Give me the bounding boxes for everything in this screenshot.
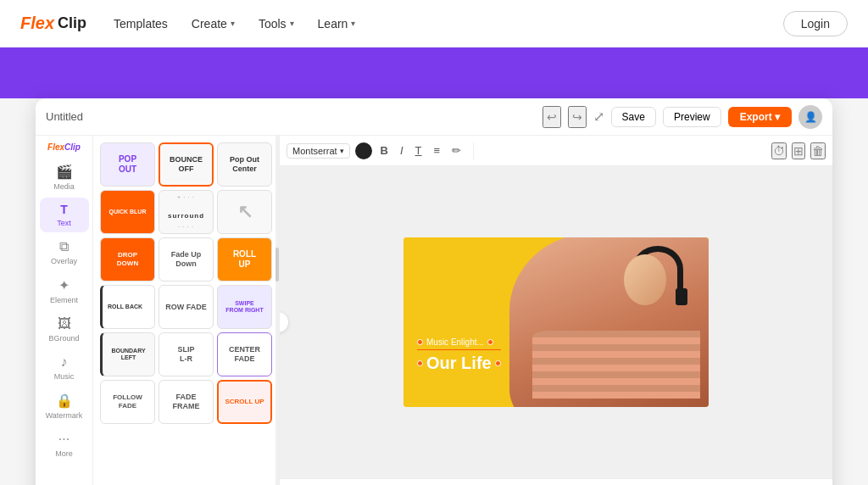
font-select[interactable]: Montserrat ▾ [287,143,350,159]
avatar[interactable]: 👤 [798,105,822,129]
sidebar-item-watermark-label: Watermark [46,411,83,420]
sidebar: FlexClip 🎬 Media T Text ⧉ Overlay ✦ Elem… [36,136,93,485]
playback-bar: 0:00 / 0:09 ▶ 🎤 📤 0:09 ✕ [280,478,832,485]
underline-button[interactable]: T [412,142,426,159]
editor-topbar: Untitled ↩ ↪ ⤢ Save Preview Export ▾ 👤 [36,98,832,136]
color-picker[interactable] [355,142,372,159]
canvas-wrapper: ‹ [280,166,832,478]
anim-bounce-off[interactable]: BOUNCEOFF [159,142,214,187]
delete-icon[interactable]: 🗑 [810,142,826,159]
top-navigation: Flex Clip Templates Create ▾ Tools ▾ Lea… [0,0,868,47]
sidebar-item-media-label: Media [53,182,75,191]
font-name: Montserrat [292,146,337,156]
save-button[interactable]: Save [611,107,656,127]
canvas-area: ‹ [280,166,832,485]
grid-icon[interactable]: ⊞ [792,142,805,159]
anim-fade-frame[interactable]: FADE FRAME [159,380,214,424]
music-icon: ♪ [61,354,68,370]
canvas-frame[interactable]: Music Enlight... Our Life [403,237,709,407]
sidebar-item-music-label: Music [54,372,75,381]
logo-text: Clip [58,14,86,32]
sidebar-item-media[interactable]: 🎬 Media [40,159,89,196]
panel-scrollbar-thumb [275,248,279,282]
watermark-icon: 🔒 [56,393,73,409]
expand-button[interactable]: ⤢ [593,109,604,125]
anim-surround[interactable]: + · · · surround · · · · [159,190,214,234]
font-caret: ▾ [340,147,344,155]
animation-grid: POPOUT BOUNCEOFF Pop OutCenter QUICK BLU… [100,142,272,424]
anim-fade-up-down[interactable]: Fade UpDown [159,237,214,282]
handle-bottom-left [417,360,423,366]
editor-body: FlexClip 🎬 Media T Text ⧉ Overlay ✦ Elem… [36,136,832,485]
text-icon: T [60,203,68,216]
create-caret: ▾ [231,19,235,28]
login-button[interactable]: Login [783,11,848,36]
nav-right: Login [783,11,848,36]
anim-quick-blur[interactable]: QUICK BLUR [100,190,155,234]
bold-button[interactable]: B [377,142,392,159]
sidebar-item-bground-label: BGround [48,334,79,343]
anim-roll-back[interactable]: ROLL BACK [100,285,155,329]
sidebar-item-text[interactable]: T Text [40,198,89,232]
sidebar-item-text-label: Text [57,219,71,227]
align-button[interactable]: ≡ [431,142,444,159]
editor-main-content: Montserrat ▾ B I T ≡ ✏ ⏱ ⊞ 🗑 [280,136,832,485]
sidebar-item-overlay[interactable]: ⧉ Overlay [40,234,89,270]
handle-right [487,339,493,345]
panel-scrollbar[interactable] [275,136,279,485]
bground-icon: 🖼 [58,316,71,332]
sidebar-item-overlay-label: Overlay [51,257,77,265]
anim-drop-down[interactable]: DROPDOWN [100,237,155,282]
anim-scroll-up[interactable]: SCROLL UP [217,380,272,424]
export-button[interactable]: Export ▾ [728,107,792,127]
canvas-left-arrow[interactable]: ‹ [280,312,288,332]
tools-caret: ▾ [290,19,294,28]
clock-icon[interactable]: ⏱ [771,142,787,159]
nav-tools[interactable]: Tools ▾ [259,17,294,31]
logo-icon: Flex [20,14,54,33]
nav-create[interactable]: Create ▾ [192,17,235,31]
undo-button[interactable]: ↩ [542,106,561,128]
learn-caret: ▾ [351,19,355,28]
anim-pop-out-center[interactable]: Pop OutCenter [217,142,272,187]
sidebar-item-music[interactable]: ♪ Music [40,349,89,386]
anim-center-fade[interactable]: CENTERFADE [217,332,272,376]
preview-button[interactable]: Preview [663,107,721,127]
anim-boundary-left[interactable]: BOUNDARYLEFT [100,332,155,376]
logo[interactable]: Flex Clip [20,14,86,33]
sidebar-item-watermark[interactable]: 🔒 Watermark [40,387,89,425]
topbar-actions: ⤢ Save Preview Export ▾ 👤 [593,105,822,129]
anim-roll-up[interactable]: ROLLUP [217,237,272,282]
anim-cursor[interactable]: ↖ [217,190,272,234]
anim-swipe-right[interactable]: SWIPEFROM RIGHT [217,285,272,329]
editor-wrapper: Untitled ↩ ↪ ⤢ Save Preview Export ▾ 👤 F… [0,98,868,485]
sidebar-item-element[interactable]: ✦ Element [40,272,89,309]
handle-bottom-right [495,360,501,366]
canvas-text-small: Music Enlight... [426,337,484,347]
sidebar-logo: FlexClip [47,142,81,152]
canvas-text-overlay: Music Enlight... Our Life [417,337,501,374]
toolbar-separator [473,142,474,159]
sidebar-item-element-label: Element [50,296,78,304]
sidebar-item-more[interactable]: ··· More [40,426,89,463]
sidebar-item-more-label: More [55,449,73,458]
nav-links: Templates Create ▾ Tools ▾ Learn ▾ [114,17,783,31]
anim-row-fade[interactable]: ROW FADE [159,285,214,329]
doc-title[interactable]: Untitled [46,110,536,123]
editor-container: Untitled ↩ ↪ ⤢ Save Preview Export ▾ 👤 F… [36,98,832,485]
nav-learn[interactable]: Learn ▾ [318,17,356,31]
anim-slip-lr[interactable]: SLIPL-R [159,332,214,376]
italic-button[interactable]: I [397,142,407,159]
handle-left [417,339,423,345]
edit-button[interactable]: ✏ [448,142,465,159]
sidebar-item-bground[interactable]: 🖼 BGround [40,311,89,348]
more-icon: ··· [58,432,70,447]
overlay-icon: ⧉ [59,239,69,254]
animation-panel: POPOUT BOUNCEOFF Pop OutCenter QUICK BLU… [93,136,280,485]
anim-pop-out[interactable]: POPOUT [100,142,155,187]
redo-button[interactable]: ↪ [568,106,587,128]
canvas-text-large: Our Life [426,354,492,373]
media-icon: 🎬 [56,164,73,180]
anim-follow-fade[interactable]: FOLLOWFADE [100,380,155,424]
nav-templates[interactable]: Templates [114,17,168,31]
